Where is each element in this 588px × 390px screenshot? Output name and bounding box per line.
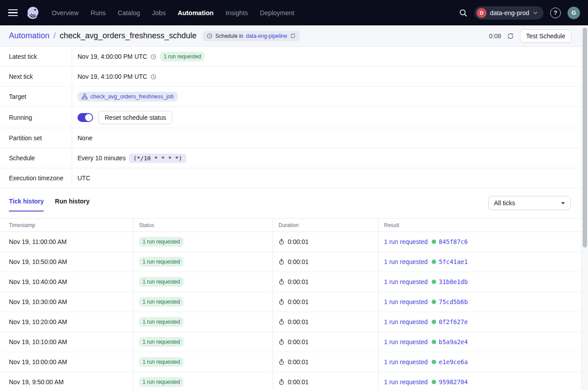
tick-row: Nov 19, 9:50:00 AM1 run requested0:00:01… xyxy=(0,372,581,390)
deployment-switcher[interactable]: D data-eng-prod xyxy=(474,6,543,20)
help-icon[interactable]: ? xyxy=(550,8,561,18)
tick-timestamp: Nov 19, 10:40:00 AM xyxy=(0,278,133,285)
runs-requested-link[interactable]: 1 run requested xyxy=(384,318,428,325)
schedule-in-label: Schedule in xyxy=(215,33,243,39)
history-header-row: TimestampStatusDurationResult xyxy=(0,218,581,232)
nav-item-jobs[interactable]: Jobs xyxy=(152,9,166,16)
top-nav: OverviewRunsCatalogJobsAutomationInsight… xyxy=(0,0,588,25)
sync-icon[interactable] xyxy=(290,33,296,39)
run-status-dot xyxy=(432,340,436,344)
runs-requested-link[interactable]: 1 run requested xyxy=(384,358,428,366)
tick-duration: 0:00:01 xyxy=(288,258,309,265)
stopwatch-icon xyxy=(278,279,285,285)
run-id-link[interactable]: 95982704 xyxy=(432,378,468,386)
tick-timestamp: Nov 19, 10:50:00 AM xyxy=(0,258,133,265)
tick-history-table: TimestampStatusDurationResult Nov 19, 11… xyxy=(0,218,581,390)
run-id-link[interactable]: 0f2f627e xyxy=(432,318,468,325)
tick-status-cell: 1 run requested xyxy=(133,332,273,352)
tabs: Tick historyRun history xyxy=(9,198,90,211)
tick-result-cell: 1 run requested75cd5b6b xyxy=(378,292,581,312)
nav-item-deployment[interactable]: Deployment xyxy=(260,9,294,16)
refresh-icon[interactable] xyxy=(507,32,514,40)
runs-requested-link[interactable]: 1 run requested xyxy=(384,238,428,245)
run-id-link[interactable]: 5fc41ae1 xyxy=(432,258,468,265)
column-header-timestamp: Timestamp xyxy=(0,222,133,228)
runs-requested-link[interactable]: 1 run requested xyxy=(384,278,428,285)
run-status-dot xyxy=(432,280,436,284)
run-id-text: 95982704 xyxy=(439,378,468,386)
toggle-knob xyxy=(85,114,92,121)
stopwatch-icon xyxy=(278,339,285,345)
tick-status-badge: 1 run requested xyxy=(139,257,184,267)
nav-item-automation[interactable]: Automation xyxy=(178,9,214,16)
tab-run-history[interactable]: Run history xyxy=(55,198,90,211)
stopwatch-icon xyxy=(278,299,285,305)
test-schedule-button[interactable]: Test Schedule xyxy=(520,29,572,43)
run-id-link[interactable]: b5a9a2e4 xyxy=(432,338,468,345)
property-value: None xyxy=(72,128,92,148)
tick-result-cell: 1 run requested5fc41ae1 xyxy=(378,252,581,272)
nav-item-catalog[interactable]: Catalog xyxy=(118,9,140,16)
tick-row: Nov 19, 10:30:00 AM1 run requested0:00:0… xyxy=(0,292,581,312)
tick-status-cell: 1 run requested xyxy=(133,252,273,272)
job-icon xyxy=(82,93,88,100)
running-toggle[interactable] xyxy=(78,113,93,122)
nav-item-overview[interactable]: Overview xyxy=(52,9,78,16)
run-status-dot xyxy=(432,320,436,324)
tick-row: Nov 19, 10:50:00 AM1 run requested0:00:0… xyxy=(0,252,581,272)
cron-string: (*/10 * * * *) xyxy=(129,154,186,163)
tick-duration: 0:00:01 xyxy=(288,238,309,245)
tick-filter-select[interactable]: All ticks xyxy=(488,196,571,210)
stopwatch-icon xyxy=(278,259,285,265)
reset-schedule-status-button[interactable]: Reset schedule status xyxy=(98,111,172,124)
property-value: UTC xyxy=(72,168,90,188)
run-id-link[interactable]: 75cd5b6b xyxy=(432,298,468,305)
property-row: Targetcheck_avg_orders_freshness_job xyxy=(0,87,581,107)
nav-item-insights[interactable]: Insights xyxy=(225,9,248,16)
breadcrumb-automation-link[interactable]: Automation xyxy=(9,31,49,41)
tick-result-cell: 1 run requestede1e9ce6a xyxy=(378,352,581,372)
tick-duration: 0:00:01 xyxy=(288,278,309,285)
pipeline-link[interactable]: data-eng-pipeline xyxy=(246,33,287,39)
run-status-dot xyxy=(432,380,436,384)
tick-result-cell: 1 run requested95982704 xyxy=(378,372,581,390)
property-row: ScheduleEvery 10 minutes(*/10 * * * *) xyxy=(0,148,581,168)
tick-duration: 0:00:01 xyxy=(288,358,309,366)
runs-requested-link[interactable]: 1 run requested xyxy=(384,378,428,386)
status-badge: 1 run requested xyxy=(160,52,204,61)
nav-item-runs[interactable]: Runs xyxy=(90,9,106,16)
tick-duration-cell: 0:00:01 xyxy=(273,332,378,352)
clock-icon xyxy=(207,33,212,39)
caret-down-icon xyxy=(561,202,565,204)
run-id-text: 75cd5b6b xyxy=(439,298,468,305)
stopwatch-icon xyxy=(278,239,285,245)
tick-result-cell: 1 run requested845f87c6 xyxy=(378,232,581,252)
refresh-countdown: 0:08 xyxy=(489,32,501,40)
run-id-link[interactable]: 31b0e1db xyxy=(432,278,468,285)
tick-status-badge: 1 run requested xyxy=(139,317,184,327)
property-value-text: UTC xyxy=(78,175,90,182)
tab-tick-history[interactable]: Tick history xyxy=(9,198,44,211)
run-id-link[interactable]: 845f87c6 xyxy=(432,238,468,245)
dagster-logo-icon[interactable] xyxy=(25,5,41,21)
property-row: Execution timezoneUTC xyxy=(0,168,581,188)
page-header: Automation / check_avg_orders_freshness_… xyxy=(0,25,581,47)
run-status-dot xyxy=(432,240,436,244)
target-job-link[interactable]: check_avg_orders_freshness_job xyxy=(78,92,178,102)
avatar[interactable]: G xyxy=(568,7,580,19)
vertical-scrollbar xyxy=(581,26,588,390)
run-id-link[interactable]: e1e9ce6a xyxy=(432,358,468,366)
tick-status-cell: 1 run requested xyxy=(133,312,273,332)
menu-icon[interactable] xyxy=(8,9,18,16)
tick-duration-cell: 0:00:01 xyxy=(273,292,378,312)
tick-duration-cell: 0:00:01 xyxy=(273,232,378,252)
tick-status-cell: 1 run requested xyxy=(133,372,273,390)
scrollbar-thumb[interactable] xyxy=(583,28,587,248)
search-icon[interactable] xyxy=(459,8,468,17)
tick-status-badge: 1 run requested xyxy=(139,237,184,247)
runs-requested-link[interactable]: 1 run requested xyxy=(384,258,428,265)
runs-requested-link[interactable]: 1 run requested xyxy=(384,338,428,345)
tick-row: Nov 19, 10:00:00 AM1 run requested0:00:0… xyxy=(0,352,581,372)
tick-row: Nov 19, 10:10:00 AM1 run requested0:00:0… xyxy=(0,332,581,352)
runs-requested-link[interactable]: 1 run requested xyxy=(384,298,428,305)
